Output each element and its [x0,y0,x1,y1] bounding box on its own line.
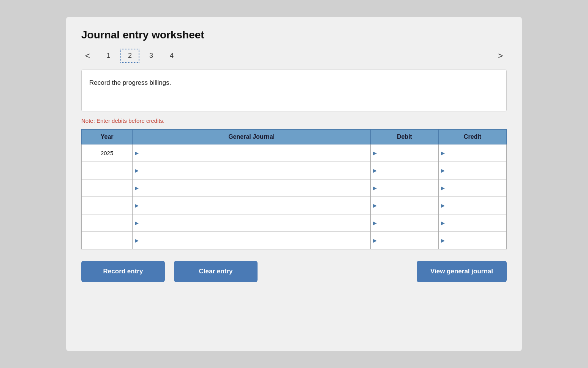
debit-input-3[interactable] [378,201,436,210]
debit-arrow-icon-4: ▶ [373,220,377,226]
credit-arrow-icon-1: ▶ [441,168,445,173]
debit-cell-3[interactable]: ▶ [370,197,438,214]
journal-cell-2[interactable]: ▶ [133,179,371,197]
journal-input-3[interactable] [140,201,368,210]
table-row: 2025▶▶▶ [82,144,507,162]
table-row: ▶▶▶ [82,179,507,197]
credit-input-0[interactable] [446,148,504,158]
journal-input-5[interactable] [140,236,368,245]
header-debit: Debit [370,130,438,144]
credit-cell-3[interactable]: ▶ [438,197,506,214]
journal-arrow-icon-2: ▶ [135,185,139,191]
nav-right-arrow[interactable]: > [494,49,507,62]
credit-input-2[interactable] [446,183,504,193]
debit-input-0[interactable] [378,148,436,158]
buttons-row: Record entry Clear entry View general jo… [81,261,507,282]
worksheet-container: Journal entry worksheet < 1234 > Record … [66,17,522,351]
table-row: ▶▶▶ [82,232,507,249]
table-row: ▶▶▶ [82,162,507,179]
credit-input-3[interactable] [446,201,504,210]
table-row: ▶▶▶ [82,197,507,214]
journal-table: Year General Journal Debit Credit 2025▶▶… [81,129,507,249]
year-cell-0[interactable]: 2025 [82,144,133,162]
debit-cell-1[interactable]: ▶ [370,162,438,179]
record-entry-button[interactable]: Record entry [81,261,165,282]
year-cell-1[interactable] [82,162,133,179]
debit-input-5[interactable] [378,236,436,245]
journal-arrow-icon-3: ▶ [135,203,139,208]
credit-arrow-icon-0: ▶ [441,150,445,156]
debit-input-2[interactable] [378,183,436,193]
credit-input-4[interactable] [446,218,504,228]
journal-cell-5[interactable]: ▶ [133,232,371,249]
journal-input-4[interactable] [140,218,368,228]
header-journal: General Journal [133,130,371,144]
journal-cell-0[interactable]: ▶ [133,144,371,162]
tab-2[interactable]: 2 [120,49,139,63]
note-text: Note: Enter debits before credits. [81,117,507,124]
debit-cell-4[interactable]: ▶ [370,214,438,232]
journal-input-1[interactable] [140,166,368,175]
credit-cell-4[interactable]: ▶ [438,214,506,232]
tab-1[interactable]: 1 [100,49,117,62]
journal-arrow-icon-1: ▶ [135,168,139,173]
debit-cell-0[interactable]: ▶ [370,144,438,162]
year-cell-5[interactable] [82,232,133,249]
tabs-container: 1234 [100,49,183,63]
page-title: Journal entry worksheet [81,29,507,41]
nav-left-arrow[interactable]: < [81,49,94,62]
debit-arrow-icon-2: ▶ [373,185,377,191]
credit-input-5[interactable] [446,236,504,245]
debit-cell-5[interactable]: ▶ [370,232,438,249]
tab-3[interactable]: 3 [142,49,160,62]
journal-cell-1[interactable]: ▶ [133,162,371,179]
credit-cell-2[interactable]: ▶ [438,179,506,197]
debit-cell-2[interactable]: ▶ [370,179,438,197]
header-year: Year [82,130,133,144]
journal-arrow-icon-4: ▶ [135,220,139,226]
journal-arrow-icon-5: ▶ [135,238,139,243]
debit-arrow-icon-3: ▶ [373,203,377,208]
table-row: ▶▶▶ [82,214,507,232]
debit-input-1[interactable] [378,166,436,175]
debit-input-4[interactable] [378,218,436,228]
credit-cell-0[interactable]: ▶ [438,144,506,162]
instruction-box: Record the progress billings. [81,70,507,111]
credit-arrow-icon-2: ▶ [441,185,445,191]
year-cell-3[interactable] [82,197,133,214]
nav-row: < 1234 > [81,49,507,63]
journal-cell-4[interactable]: ▶ [133,214,371,232]
tab-4[interactable]: 4 [163,49,180,62]
credit-cell-1[interactable]: ▶ [438,162,506,179]
journal-arrow-icon-0: ▶ [135,150,139,156]
header-credit: Credit [438,130,506,144]
year-cell-4[interactable] [82,214,133,232]
credit-arrow-icon-4: ▶ [441,220,445,226]
credit-cell-5[interactable]: ▶ [438,232,506,249]
clear-entry-button[interactable]: Clear entry [174,261,258,282]
credit-arrow-icon-3: ▶ [441,203,445,208]
journal-input-0[interactable] [140,148,368,158]
debit-arrow-icon-5: ▶ [373,238,377,243]
debit-arrow-icon-0: ▶ [373,150,377,156]
debit-arrow-icon-1: ▶ [373,168,377,173]
credit-arrow-icon-5: ▶ [441,238,445,243]
journal-cell-3[interactable]: ▶ [133,197,371,214]
journal-input-2[interactable] [140,183,368,193]
view-general-journal-button[interactable]: View general journal [417,261,507,282]
instruction-text: Record the progress billings. [89,79,171,86]
credit-input-1[interactable] [446,166,504,175]
year-cell-2[interactable] [82,179,133,197]
